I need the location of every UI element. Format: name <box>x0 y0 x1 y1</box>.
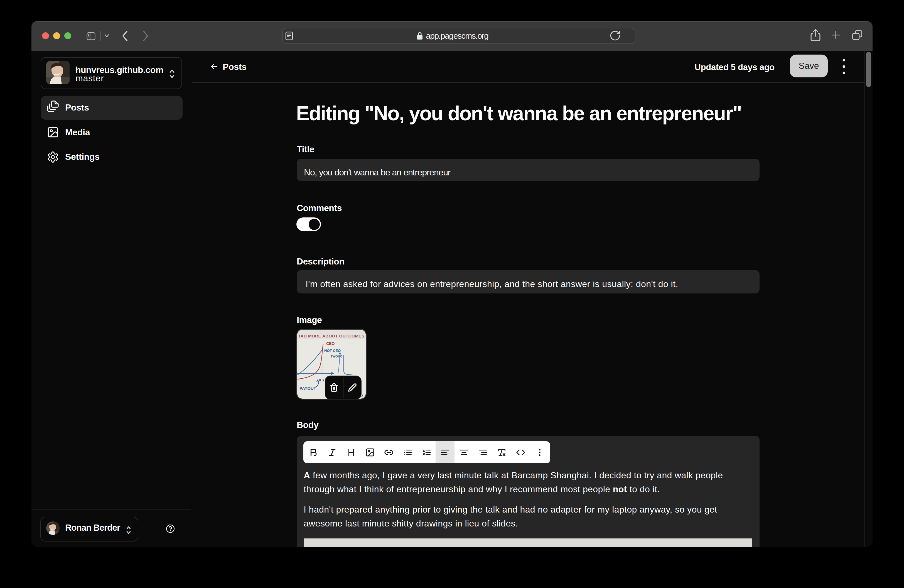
svg-text:CEO: CEO <box>326 341 335 346</box>
svg-text:NOT CEO: NOT CEO <box>324 349 341 353</box>
svg-text:TAD MORE ABOUT OUTCOMES: TAD MORE ABOUT OUTCOMES <box>298 334 364 338</box>
svg-text:PAYOUT: PAYOUT <box>299 386 316 390</box>
svg-text:TWOHO: TWOHO <box>331 355 343 358</box>
